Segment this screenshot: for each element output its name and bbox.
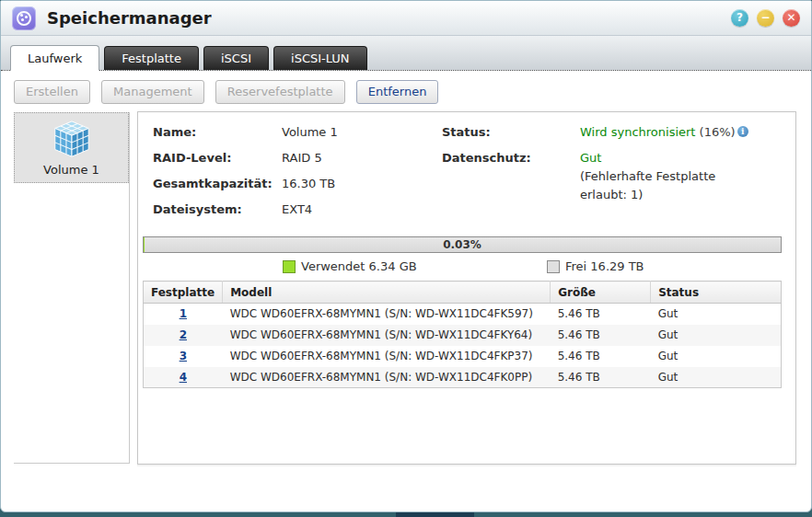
volume-detail-panel: Name: Volume 1 RAID-Level: RAID 5 Gesamt… xyxy=(137,111,796,465)
volume-label: Volume 1 xyxy=(43,163,99,177)
usage-percent: 0.03% xyxy=(443,238,481,251)
desktop-background-sliver xyxy=(396,512,474,517)
storage-manager-app-icon xyxy=(12,6,36,30)
status-value: Wird synchronisiert (16%)i xyxy=(580,123,748,149)
tab-laufwerk[interactable]: Laufwerk xyxy=(10,45,99,71)
used-swatch-icon xyxy=(283,260,296,273)
disk-1-status: Gut xyxy=(651,304,782,325)
name-value: Volume 1 xyxy=(282,123,338,149)
help-icon[interactable]: ? xyxy=(731,9,748,27)
disk-table-header: Festplatte Modell Größe Status xyxy=(144,281,782,304)
titlebar: Speichermanager ? − ✕ xyxy=(1,1,811,36)
used-label: Verwendet 6.34 GB xyxy=(301,259,417,273)
window-title: Speichermanager xyxy=(47,8,212,28)
header-groesse: Größe xyxy=(551,281,651,304)
free-swatch-icon xyxy=(547,260,560,273)
sidebar-item-volume1[interactable]: Volume 1 xyxy=(14,112,129,183)
capacity-label: Gesamtkapazität: xyxy=(153,175,282,201)
disk-3-status: Gut xyxy=(651,346,782,367)
window-controls: ? − ✕ xyxy=(731,9,800,27)
volume-cube-icon xyxy=(51,119,93,161)
tab-iscsi[interactable]: iSCSI xyxy=(203,46,269,70)
legend-free: Frei 16.29 TB xyxy=(547,259,644,273)
erstellen-button: Erstellen xyxy=(14,80,90,104)
free-label: Frei 16.29 TB xyxy=(565,259,644,273)
raid-level-value: RAID 5 xyxy=(282,149,322,175)
protection-label: Datenschutz: xyxy=(442,149,580,204)
table-row: 3 WDC WD60EFRX-68MYMN1 (S/N: WD-WX11DC4F… xyxy=(144,346,782,367)
protection-value: Gut(Fehlerhafte Festplatte erlaubt: 1) xyxy=(580,149,755,204)
detail-column-right: Status: Wird synchronisiert (16%)i Daten… xyxy=(442,123,755,204)
protection-status: Gut xyxy=(580,151,601,165)
usage-progress-bar: 0.03% xyxy=(143,236,782,253)
storage-manager-window: Speichermanager ? − ✕ Laufwerk Festplatt… xyxy=(0,0,812,512)
disk-4-size: 5.46 TB xyxy=(551,367,651,388)
header-festplatte: Festplatte xyxy=(144,281,223,304)
status-text: Wird synchronisiert xyxy=(580,125,695,139)
disk-1-size: 5.46 TB xyxy=(551,304,651,325)
disk-3-model: WDC WD60EFRX-68MYMN1 (S/N: WD-WX11DC4FKP… xyxy=(223,346,551,367)
entfernen-button[interactable]: Entfernen xyxy=(356,80,439,104)
filesystem-label: Dateisystem: xyxy=(153,201,282,226)
disk-3-size: 5.46 TB xyxy=(551,346,651,367)
tab-festplatte[interactable]: Festplatte xyxy=(104,46,199,70)
table-row: 1 WDC WD60EFRX-68MYMN1 (S/N: WD-WX11DC4F… xyxy=(144,304,782,325)
disk-4-model: WDC WD60EFRX-68MYMN1 (S/N: WD-WX11DC4FK0… xyxy=(223,367,551,388)
close-icon[interactable]: ✕ xyxy=(783,9,800,27)
status-percent: (16%) xyxy=(700,125,736,139)
table-row: 2 WDC WD60EFRX-68MYMN1 (S/N: WD-WX11DC4F… xyxy=(144,325,782,346)
tab-bar: Laufwerk Festplatte iSCSI iSCSI-LUN xyxy=(1,36,811,71)
disk-3-link[interactable]: 3 xyxy=(180,350,187,362)
disk-2-status: Gut xyxy=(651,325,782,346)
status-label: Status: xyxy=(442,123,580,149)
reservefestplatte-button: Reservefestplatte xyxy=(215,80,345,104)
legend-used: Verwendet 6.34 GB xyxy=(283,259,417,273)
disk-4-status: Gut xyxy=(651,367,782,388)
toolbar: Erstellen Management Reservefestplatte E… xyxy=(1,71,811,110)
header-status: Status xyxy=(651,281,782,304)
disk-1-model: WDC WD60EFRX-68MYMN1 (S/N: WD-WX11DC4FK5… xyxy=(223,304,551,325)
tab-iscsi-lun[interactable]: iSCSI-LUN xyxy=(273,46,367,70)
disk-2-size: 5.46 TB xyxy=(551,325,651,346)
protection-note: (Fehlerhafte Festplatte erlaubt: 1) xyxy=(580,169,715,201)
raid-level-label: RAID-Level: xyxy=(153,149,282,175)
volume-sidebar: Volume 1 xyxy=(14,112,130,464)
disk-4-link[interactable]: 4 xyxy=(180,371,187,384)
info-icon[interactable]: i xyxy=(737,126,748,137)
header-modell: Modell xyxy=(223,281,551,304)
disk-2-link[interactable]: 2 xyxy=(180,328,187,341)
disk-1-link[interactable]: 1 xyxy=(180,307,187,320)
detail-column-left: Name: Volume 1 RAID-Level: RAID 5 Gesamt… xyxy=(153,123,338,226)
capacity-value: 16.30 TB xyxy=(282,175,335,201)
usage-legend: Verwendet 6.34 GB Frei 16.29 TB xyxy=(138,259,795,278)
minimize-icon[interactable]: − xyxy=(757,9,774,27)
disk-2-model: WDC WD60EFRX-68MYMN1 (S/N: WD-WX11DC4FKY… xyxy=(223,325,551,346)
disk-table: Festplatte Modell Größe Status 1 WDC WD6… xyxy=(143,281,782,388)
filesystem-value: EXT4 xyxy=(282,201,312,226)
table-row: 4 WDC WD60EFRX-68MYMN1 (S/N: WD-WX11DC4F… xyxy=(144,367,782,388)
name-label: Name: xyxy=(153,123,282,149)
management-button: Management xyxy=(101,80,204,104)
